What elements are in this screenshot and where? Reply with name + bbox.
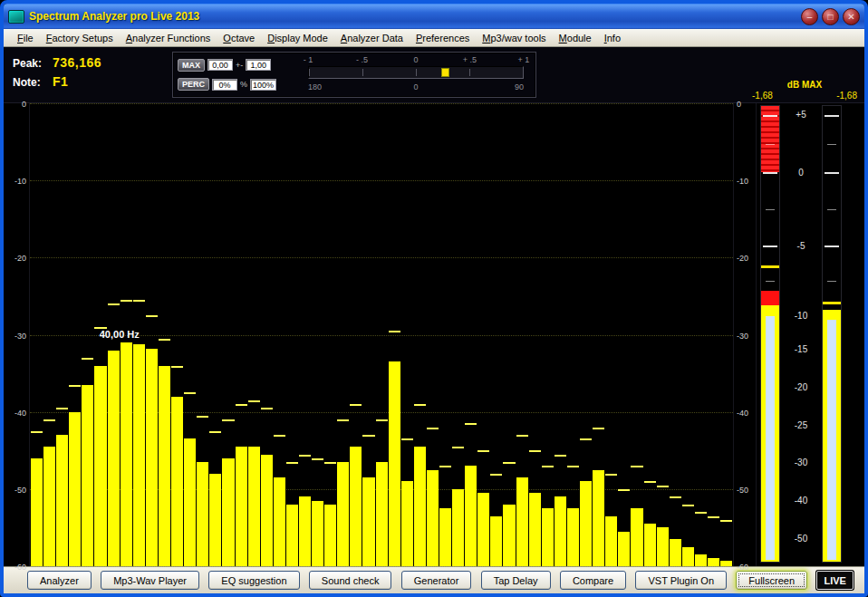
vu-meter-right	[822, 105, 842, 563]
max-value-input[interactable]: 0,00	[207, 59, 233, 71]
bottom-toolbar: AnalyzerMp3-Wav PlayerEQ suggestionSound…	[4, 566, 864, 593]
menu-item-analyzer-functions[interactable]: Analyzer Functions	[120, 31, 217, 45]
spectrum-bar	[490, 103, 502, 566]
slider-tick	[416, 69, 417, 76]
axis-tick-label: 0	[737, 100, 741, 109]
spectrum-bar	[222, 103, 234, 566]
spectrum-bar	[708, 103, 719, 566]
slider-scale-label: 0	[413, 55, 418, 64]
max-separator: +-	[236, 61, 243, 70]
minimize-button[interactable]: –	[801, 8, 818, 25]
meter-scale-label: 0	[782, 167, 820, 177]
perc-separator: %	[240, 80, 247, 89]
slider-bottom-label: 180	[308, 82, 322, 91]
spectrum-bar	[516, 103, 528, 566]
spectrum-bar	[146, 103, 158, 566]
menu-item-file[interactable]: File	[11, 31, 40, 45]
spectrum-bar	[542, 103, 554, 566]
menu-item-factory-setups[interactable]: Factory Setups	[40, 31, 120, 45]
menu-item-display-mode[interactable]: Display Mode	[261, 31, 334, 45]
meter-scale-label: -20	[782, 382, 820, 392]
button-vst-plugin-on[interactable]: VST Plugin On	[635, 571, 727, 590]
spectrum-bar	[31, 103, 43, 566]
spectrum-bar	[286, 103, 298, 566]
button-eq-suggestion[interactable]: EQ suggestion	[208, 571, 299, 590]
spectrum-bar	[580, 103, 592, 566]
axis-tick-label: -50	[737, 485, 748, 494]
button-mp3-wav-player[interactable]: Mp3-Wav Player	[101, 571, 199, 590]
spectrum-bar	[184, 103, 196, 566]
spectrum-bar	[337, 103, 349, 566]
slider-scale-label: + .5	[463, 55, 477, 64]
y-axis-right: 0-10-20-30-40-50-60	[734, 103, 756, 566]
menu-item-octave[interactable]: Octave	[217, 31, 261, 45]
button-tap-delay[interactable]: Tap Delay	[481, 571, 551, 590]
vu-meter-left	[760, 105, 780, 563]
spectrum-bar	[209, 103, 221, 566]
meter-scale-label: -30	[782, 457, 820, 467]
meter-panel: +50-5-10-15-20-25-30-40-50	[756, 103, 864, 566]
y-axis-left: 0-10-20-30-40-50-60	[4, 103, 29, 566]
spectrum-bar	[465, 103, 477, 566]
slider-scale-label: - 1	[304, 55, 313, 64]
spectrum-bar	[376, 103, 388, 566]
meter-peak-hold	[823, 302, 841, 304]
spectrum-bar	[593, 103, 604, 566]
note-value: F1	[53, 74, 68, 89]
button-compare[interactable]: Compare	[560, 571, 626, 590]
spectrum-bar	[236, 103, 247, 566]
meter-tick	[766, 144, 775, 145]
spectrum-bar	[644, 103, 656, 566]
axis-tick-label: -60	[737, 563, 748, 572]
spectrum-bar	[414, 103, 426, 566]
button-fullscreen[interactable]: Fullscreen	[736, 571, 807, 590]
title-bar[interactable]: Spectrum Analyzer pro Live 2013 –□✕	[4, 4, 864, 29]
button-generator[interactable]: Generator	[401, 571, 472, 590]
spectrum-bar	[452, 103, 464, 566]
meter-peak-hold	[761, 265, 779, 268]
perc-value-input[interactable]: 0%	[212, 79, 237, 91]
spectrum-bar	[312, 103, 323, 566]
close-button[interactable]: ✕	[843, 8, 860, 25]
button-live[interactable]: LIVE	[816, 571, 853, 590]
axis-tick-label: -40	[14, 408, 26, 417]
spectrum-bar	[43, 103, 55, 566]
spectrum-bar	[567, 103, 579, 566]
slider-bottom-labels: 180090	[308, 82, 524, 92]
meter-scale: +50-5-10-15-20-25-30-40-50	[782, 105, 820, 563]
meter-tick	[827, 281, 836, 282]
axis-tick-label: -60	[14, 563, 26, 572]
main-area: 0-10-20-30-40-50-60 40,00 Hz 0-10-20-30-…	[4, 103, 864, 566]
spectrum-bar	[324, 103, 336, 566]
button-analyzer[interactable]: Analyzer	[27, 571, 92, 590]
axis-tick-label: -40	[737, 408, 748, 417]
meter-tick	[766, 281, 775, 282]
max-step-input[interactable]: 1,00	[246, 59, 271, 71]
slider-bottom-label: 0	[413, 82, 418, 91]
spectrum-bar	[82, 103, 93, 566]
slider-tick	[309, 69, 310, 76]
maximize-button[interactable]: □	[822, 8, 839, 25]
meter-scale-label: +5	[782, 110, 820, 120]
menu-item-analyzer-data[interactable]: Analyzer Data	[334, 31, 410, 45]
meter-scale-label: -15	[782, 344, 820, 354]
slider-scale-label: - .5	[356, 55, 368, 64]
menu-item-preferences[interactable]: Preferences	[410, 31, 476, 45]
menu-item-info[interactable]: Info	[598, 31, 627, 45]
perc-max-input[interactable]: 100%	[250, 79, 276, 91]
spectrum-bar	[439, 103, 451, 566]
meter-tick	[766, 209, 775, 210]
spectrum-bar	[299, 103, 311, 566]
axis-tick-label: -50	[14, 485, 26, 494]
meter-red-segment	[761, 291, 779, 306]
app-icon	[8, 10, 24, 24]
spectrum-bar	[159, 103, 170, 566]
menu-item-module[interactable]: Module	[553, 31, 598, 45]
axis-tick-label: -30	[14, 331, 26, 340]
menu-item-mp3-wav-tools[interactable]: Mp3/wav tools	[476, 31, 552, 45]
spectrum-bar	[631, 103, 642, 566]
button-sound-check[interactable]: Sound check	[309, 571, 392, 590]
slider-handle[interactable]	[441, 68, 449, 77]
slider-groove[interactable]	[308, 66, 524, 79]
spectrum-bar	[56, 103, 68, 566]
